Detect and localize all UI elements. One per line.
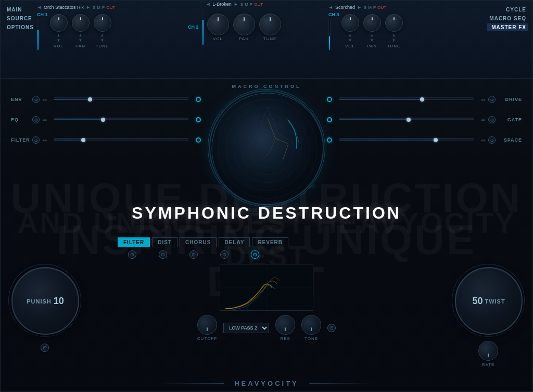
env-left-node[interactable]	[196, 97, 201, 102]
twist-section: 50 TWIST RATE	[452, 264, 525, 367]
filter-pwr-icon[interactable]	[128, 250, 136, 259]
ch3-level-bar	[328, 19, 331, 50]
ch3-prev-arrow[interactable]: ◄	[328, 5, 333, 10]
ch2-m-btn[interactable]: M	[245, 2, 248, 7]
filter-adjust-icon[interactable]: ⇔	[43, 137, 47, 143]
ch2-pan-knob[interactable]	[233, 14, 255, 35]
eq-adjust-icon-right[interactable]: ⇔	[481, 117, 485, 123]
ch2-p-btn[interactable]: P	[250, 2, 252, 7]
ch2-prev-arrow[interactable]: ◄	[206, 2, 210, 7]
eq-power-btn-right[interactable]: ⏻	[488, 116, 496, 123]
ch2-s-btn[interactable]: S	[240, 2, 243, 7]
fx-tab-chorus[interactable]: CHORUS	[180, 237, 217, 247]
filter-power-btn-right[interactable]: ⏻	[488, 136, 496, 144]
ch1-vol-label: VOL	[54, 44, 64, 48]
fx-tab-filter[interactable]: FILTER	[118, 237, 150, 247]
env-slider-thumb-right[interactable]	[420, 97, 424, 102]
ch2-vol-label: VOL	[213, 36, 223, 41]
punish-power-btn[interactable]	[41, 344, 49, 352]
ch3-m-btn[interactable]: M	[368, 5, 372, 10]
ch3-p-btn[interactable]: P	[373, 5, 376, 10]
rate-knob[interactable]	[478, 341, 498, 361]
ch2-vol-knob[interactable]	[207, 14, 229, 35]
filter-left-node[interactable]	[196, 137, 201, 143]
eq-slider-track[interactable]	[54, 119, 188, 120]
env-adjust-icon[interactable]: ⇔	[43, 97, 47, 103]
filter-slider-thumb[interactable]	[81, 138, 85, 142]
tone-knob[interactable]	[301, 315, 321, 335]
chorus-pwr-icon[interactable]	[189, 250, 198, 259]
filter-slider-track-right[interactable]	[339, 140, 474, 141]
ch1-tune-arrows[interactable]: ▲▼	[100, 33, 105, 43]
ch1-p-btn[interactable]: P	[102, 5, 105, 10]
nav-options[interactable]: OPTIONS	[5, 23, 36, 31]
fx-tab-delay[interactable]: DELAY	[219, 237, 250, 247]
eq-slider-thumb-right[interactable]	[407, 118, 411, 122]
ch3-tune-label: TUNE	[387, 44, 401, 48]
eq-power-btn[interactable]: ⏻	[32, 116, 40, 123]
env-power-btn-right[interactable]: ⏻	[488, 96, 496, 103]
ch3-tune-arrows[interactable]: ▲▼	[392, 33, 396, 43]
ch1-pan-arrows[interactable]: ▲▼	[79, 33, 83, 43]
ch2-out-btn[interactable]: OUT	[254, 2, 263, 7]
fx-tab-reverb[interactable]: REVERB	[252, 237, 288, 247]
ch3-vol-knob[interactable]	[341, 14, 359, 32]
ch1-tune-label: TUNE	[96, 44, 109, 48]
eq-slider-thumb[interactable]	[101, 118, 105, 122]
ch1-tune-knob[interactable]	[94, 14, 111, 32]
ch3-pan-knob[interactable]	[363, 14, 381, 32]
ch3-pan-arrows[interactable]: ▲▼	[370, 33, 374, 43]
nav-master-fx[interactable]: MASTER FX	[487, 23, 528, 31]
ch1-out-btn[interactable]: OUT	[106, 5, 115, 10]
ch3-s-btn[interactable]: S	[364, 5, 366, 10]
ch1-vol-knob[interactable]	[50, 14, 68, 32]
filter-right-node[interactable]	[327, 137, 332, 143]
delay-pwr-icon[interactable]	[220, 250, 229, 259]
ch3-out-btn[interactable]: OUT	[377, 5, 386, 10]
ch1-next-arrow[interactable]: ►	[86, 5, 91, 10]
tone-power-btn[interactable]	[327, 324, 336, 332]
filter-slider-thumb-right[interactable]	[434, 138, 438, 142]
eq-left-node[interactable]	[196, 117, 201, 122]
eq-adjust-icon[interactable]: ⇔	[43, 117, 47, 123]
dist-pwr-icon[interactable]	[159, 250, 167, 259]
space-label: SPACE	[499, 137, 522, 143]
res-knob[interactable]	[275, 315, 295, 335]
nav-source[interactable]: SOURCE	[5, 15, 36, 22]
env-right-node[interactable]	[327, 97, 332, 102]
reverb-pwr-icon[interactable]	[251, 250, 259, 259]
nav-main[interactable]: MAIN	[5, 6, 36, 14]
ch2-vol-group: VOL	[207, 14, 229, 41]
ch3-next-arrow[interactable]: ►	[357, 5, 362, 10]
env-slider-thumb[interactable]	[88, 97, 92, 102]
eq-right-node[interactable]	[327, 117, 332, 122]
nav-macro-seq[interactable]: MACRO SEQ	[487, 15, 528, 22]
fx-tab-dist[interactable]: DIST	[152, 237, 177, 247]
ch1-vol-arrows[interactable]: ▲▼	[57, 33, 61, 43]
nav-cycle[interactable]: CYCLE	[487, 6, 528, 14]
env-slider-track-right[interactable]	[339, 99, 474, 100]
ch3-vol-arrows[interactable]: ▲▼	[348, 33, 352, 43]
filter-adjust-icon-right[interactable]: ⇔	[481, 137, 485, 143]
filter-power-btn[interactable]: ⏻	[32, 136, 40, 144]
ch3-vol-label: VOL	[345, 44, 355, 48]
twist-knob[interactable]: 50 TWIST	[455, 267, 523, 335]
filter-curve-svg	[220, 264, 313, 311]
env-power-btn[interactable]: ⏻	[32, 96, 40, 103]
ch3-tune-knob[interactable]	[385, 14, 403, 32]
ch2-label: CH 2	[188, 24, 199, 30]
ch1-s-btn[interactable]: S	[93, 5, 95, 10]
cutoff-knob[interactable]	[197, 315, 217, 335]
filter-type-select[interactable]: LOW PASS 2 HIGH PASS BAND PASS	[223, 323, 269, 333]
env-slider-track[interactable]	[54, 99, 188, 100]
punish-knob[interactable]: PUNISH 10	[11, 267, 79, 335]
macro-row-filter: FILTER ⏻ ⇔ ⇔ ⏻ SPACE	[11, 136, 522, 144]
ch1-prev-arrow[interactable]: ◄	[37, 5, 42, 10]
ch1-pan-knob[interactable]	[72, 14, 90, 32]
ch1-m-btn[interactable]: M	[97, 5, 100, 10]
env-adjust-icon-right[interactable]: ⇔	[481, 97, 485, 103]
eq-slider-track-right[interactable]	[339, 119, 474, 120]
ch2-next-arrow[interactable]: ►	[234, 2, 238, 7]
ch2-tune-knob[interactable]	[259, 14, 281, 35]
filter-slider-track[interactable]	[54, 140, 188, 141]
